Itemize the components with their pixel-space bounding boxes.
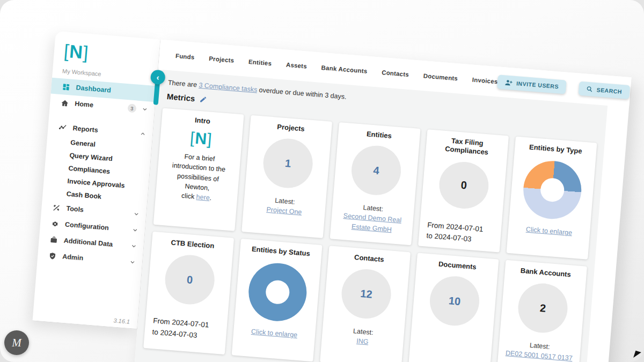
enlarge-block: Click to enlarge (526, 226, 573, 237)
latest-contact-link[interactable]: ING (356, 336, 369, 347)
metric-circle: 4 (350, 144, 403, 197)
tax-count: 0 (460, 179, 467, 191)
projects-count: 1 (284, 157, 291, 170)
card-projects: Projects 1 Latest:Project One (241, 115, 332, 238)
sidebar-item-label: Tools (66, 205, 84, 214)
card-contacts: Contacts 12 Latest:ING (320, 246, 411, 362)
entities-by-type-donut-chart[interactable] (521, 159, 583, 221)
card-title: Intro (194, 116, 210, 126)
card-title: Contacts (354, 253, 384, 264)
ctb-count: 0 (186, 274, 193, 286)
tab-contacts[interactable]: Contacts (382, 69, 409, 78)
latest-block: Latest:ING (352, 327, 374, 348)
card-intro: Intro [N] For a brief introduction to th… (153, 108, 244, 231)
chevron-down-icon (129, 258, 136, 265)
invite-users-button[interactable]: INVITE USERS (497, 75, 567, 94)
card-ctb-election: CTB Election 0 From 2024-07-01to 2024-07… (143, 232, 234, 354)
card-entities-by-status: Entities by Status Click to enlarge (232, 239, 323, 361)
tab-documents[interactable]: Documents (423, 72, 458, 82)
metric-circle: 0 (163, 253, 216, 306)
card-entities: Entities 4 Latest:Second Demo Real Estat… (330, 122, 421, 245)
newton-app-window: [N] My Workspace Dashboard Home 3 (17, 31, 644, 362)
user-avatar[interactable]: M (4, 330, 29, 355)
date-range: From 2024-07-01to 2024-07-03 (423, 219, 484, 246)
card-title: CTB Election (171, 239, 215, 251)
reports-chart-icon (58, 123, 68, 132)
app-version: 3.16.1 (113, 317, 130, 324)
banner-prefix: There are (167, 79, 199, 89)
chevron-down-icon (133, 211, 140, 218)
sidebar-item-label: Dashboard (76, 84, 111, 94)
entities-count: 4 (373, 164, 380, 177)
contacts-count: 12 (360, 287, 373, 301)
briefcase-icon (49, 235, 58, 244)
shield-check-icon (48, 251, 57, 260)
card-title: Entities by Type (529, 143, 582, 156)
card-title: Entities by Status (251, 245, 310, 258)
metric-circle: 10 (428, 275, 481, 328)
metrics-title: Metrics (166, 92, 195, 103)
person-add-icon (505, 79, 513, 86)
chevron-down-icon (131, 227, 138, 234)
metric-cards-grid: Intro [N] For a brief introduction to th… (143, 108, 598, 362)
screenshot-frame: [N] My Workspace Dashboard Home 3 (0, 0, 644, 362)
tab-projects[interactable]: Projects (209, 55, 235, 64)
logo-bracket-right: ] (83, 42, 90, 63)
latest-block: Latest:Project One (266, 195, 303, 217)
metric-circle: 2 (516, 282, 569, 335)
tab-invoices[interactable]: Invoices (472, 77, 497, 85)
card-title: Projects (277, 123, 305, 134)
enlarge-block: Click to enlarge (251, 328, 298, 339)
documents-count: 10 (448, 294, 461, 308)
sidebar-item-label: Admin (62, 253, 84, 262)
enlarge-status-chart-link[interactable]: Click to enlarge (251, 328, 298, 339)
invite-users-label: INVITE USERS (516, 80, 559, 90)
edit-metrics-pencil-icon[interactable] (199, 95, 207, 103)
card-bank-accounts: Bank Accounts 2 Latest:DE02 5001 0517 01… (496, 260, 587, 362)
search-label: SEARCH (596, 86, 622, 95)
card-entities-by-type: Entities by Type Click to enlarge (507, 136, 597, 259)
compliance-tasks-link[interactable]: 3 Compliance tasks (199, 82, 258, 94)
mouse-cursor (633, 351, 641, 360)
chevron-up-icon (140, 130, 147, 137)
latest-entity-link[interactable]: Second Demo Real Estate GmbH (335, 210, 409, 235)
chevron-down-icon[interactable] (141, 106, 148, 113)
sidebar-item-label: Home (75, 100, 94, 109)
search-button[interactable]: SEARCH (579, 82, 630, 99)
sidebar-item-label: Reports (72, 124, 98, 134)
latest-block: Latest:Second Demo Real Estate GmbH (335, 201, 410, 235)
card-title: Bank Accounts (520, 267, 571, 279)
metric-circle: 12 (340, 268, 393, 321)
dashboard-grid-icon (62, 82, 71, 91)
intro-here-link[interactable]: here (196, 193, 210, 202)
tab-funds[interactable]: Funds (175, 53, 195, 61)
home-icon (61, 98, 70, 107)
card-title: Entities (366, 130, 392, 141)
tab-entities[interactable]: Entities (248, 58, 272, 67)
tab-bank-accounts[interactable]: Bank Accounts (321, 64, 368, 75)
bank-accounts-count: 2 (539, 302, 546, 315)
metric-circle: 1 (261, 137, 314, 190)
tab-assets[interactable]: Assets (286, 62, 308, 70)
latest-block: Latest:DE02 5001 0517 0137 0750 30 (501, 338, 576, 362)
card-title: Documents (438, 260, 477, 272)
card-tax-filing-compliances: Tax Filing Compliances 0 From 2024-07-01… (418, 129, 509, 252)
gear-icon (51, 219, 60, 228)
latest-bank-account-link[interactable]: DE02 5001 0517 0137 0750 30 (501, 348, 575, 362)
intro-text: For a brief introduction to the possibil… (163, 151, 233, 204)
sidebar-item-label: Additional Data (63, 237, 113, 248)
metric-circle: 0 (437, 160, 491, 210)
sidebar-item-label: Configuration (65, 221, 109, 232)
enlarge-type-chart-link[interactable]: Click to enlarge (526, 226, 573, 237)
latest-project-link[interactable]: Project One (266, 205, 302, 217)
entities-by-status-donut-chart[interactable] (246, 261, 309, 323)
home-count-badge: 3 (127, 104, 136, 113)
card-title: Tax Filing Compliances (435, 135, 499, 158)
banner-suffix: overdue or due within 3 days. (257, 86, 347, 100)
main-panel: Funds Projects Entities Assets Bank Acco… (123, 40, 632, 362)
chevron-down-icon (130, 242, 137, 249)
card-documents: Documents 10 (408, 253, 499, 362)
search-icon (586, 86, 593, 93)
logo-letter: N (69, 41, 84, 62)
date-range: From 2024-07-01to 2024-07-03 (149, 315, 209, 342)
